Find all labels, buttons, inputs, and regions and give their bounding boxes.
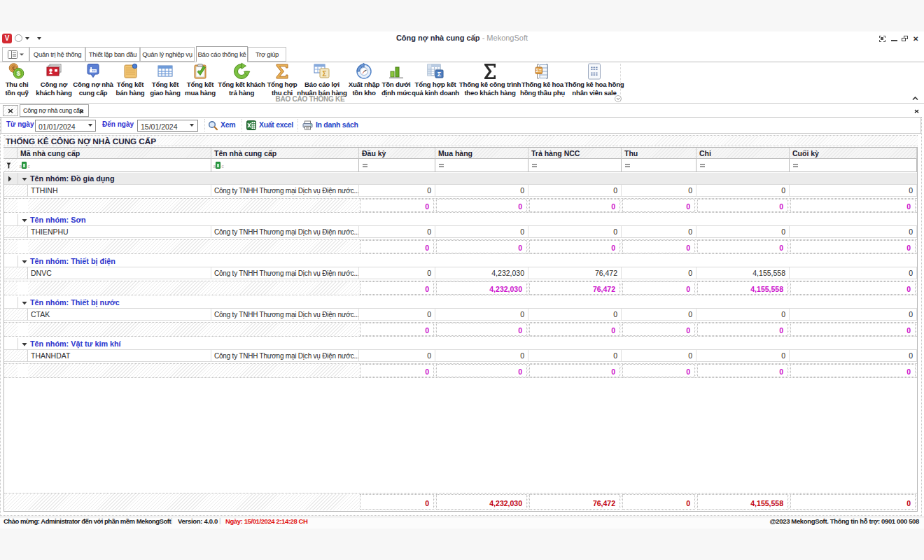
svg-text:Σ=: Σ= [536,68,542,73]
svg-text:Σ: Σ [438,71,442,78]
